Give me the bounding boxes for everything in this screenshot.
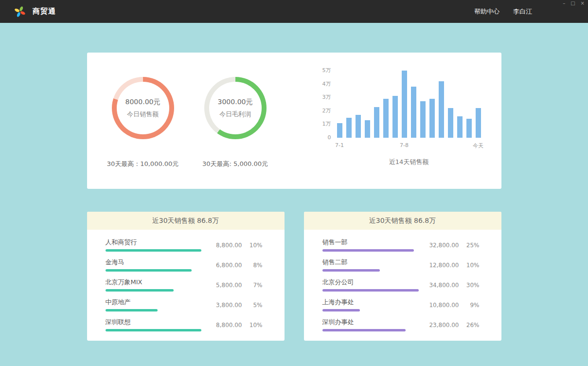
department-rows: 销售一部32,800.0025%销售二部12,800.0010%北京分公司34,… — [304, 230, 501, 331]
list-item: 销售一部32,800.0025% — [322, 238, 480, 252]
sales-30day-max: 30天最高：10,000.00元 — [107, 160, 179, 168]
y-axis-tick: 5万 — [322, 68, 331, 73]
chart-bar — [383, 99, 389, 138]
row-value: 8,800.0010% — [216, 322, 262, 329]
chart-bars — [337, 71, 481, 138]
list-item: 人和商贸行8,800.0010% — [106, 238, 263, 252]
row-progress-bar — [106, 309, 158, 311]
row-amount: 32,800.00 — [429, 242, 459, 249]
row-amount: 5,800.00 — [216, 282, 242, 289]
donut-center-text: 3000.00元 今日毛利润 — [204, 77, 267, 139]
y-axis-tick: 4万 — [322, 81, 331, 87]
minimize-icon[interactable]: – — [563, 1, 565, 6]
row-progress-bar — [106, 249, 201, 252]
row-percent: 10% — [249, 322, 263, 329]
row-value: 34,800.0030% — [429, 282, 479, 289]
row-percent: 8% — [249, 262, 263, 269]
app-logo-icon — [14, 5, 26, 18]
row-percent: 10% — [466, 262, 480, 269]
row-progress-bar — [322, 269, 380, 272]
list-item: 金海马6,800.008% — [106, 258, 263, 272]
chart-inner: 01万2万3万4万5万 7-17-8今天 近14天销售额 — [337, 71, 481, 166]
chart-bar — [374, 107, 379, 138]
row-progress-bar — [106, 269, 192, 272]
chart-bar — [448, 108, 453, 138]
x-axis-tick: 7-1 — [335, 142, 344, 148]
app-title: 商贸通 — [33, 7, 56, 16]
today-sales-value: 8000.00元 — [125, 98, 160, 107]
sales-bar-chart: 01万2万3万4万5万 7-17-8今天 近14天销售额 — [314, 53, 501, 189]
list-item: 中原地产3,800.005% — [106, 298, 263, 311]
chart-bar — [337, 123, 342, 138]
row-percent: 10% — [249, 242, 263, 249]
row-value: 10,800.009% — [429, 302, 479, 309]
row-amount: 3,800.00 — [216, 302, 242, 309]
chart-bar — [365, 120, 370, 138]
row-amount: 8,800.00 — [216, 322, 242, 329]
row-percent: 30% — [466, 282, 480, 289]
today-profit-label: 今日毛利润 — [219, 110, 251, 119]
today-profit-donut-block: 3000.00元 今日毛利润 30天最高: 5,000.00元 — [199, 53, 272, 189]
row-value: 23,800.0026% — [429, 322, 479, 329]
row-value: 3,800.005% — [216, 302, 262, 309]
row-value: 5,800.007% — [216, 282, 262, 289]
customer-sales-card: 近30天销售额 86.8万 人和商贸行8,800.0010%金海马6,800.0… — [87, 212, 285, 341]
today-profit-donut: 3000.00元 今日毛利润 — [204, 77, 267, 139]
list-item: 北京分公司34,800.0030% — [322, 278, 480, 292]
y-axis-tick: 3万 — [322, 94, 331, 100]
today-profit-value: 3000.00元 — [218, 98, 253, 107]
donut-center-text: 8000.00元 今日销售额 — [112, 77, 174, 139]
row-value: 8,800.0010% — [216, 242, 262, 249]
chart-x-axis: 7-17-8今天 — [337, 142, 481, 149]
list-item: 销售二部12,800.0010% — [322, 258, 480, 272]
chart-caption: 近14天销售额 — [337, 158, 481, 166]
list-item: 深圳联想8,800.0010% — [106, 318, 263, 331]
list-item: 上海办事处10,800.009% — [322, 298, 480, 311]
row-amount: 12,800.00 — [429, 262, 459, 269]
row-progress-bar — [322, 329, 406, 331]
chart-bar — [439, 81, 444, 138]
y-axis-tick: 1万 — [322, 121, 331, 127]
user-name[interactable]: 李白江 — [513, 7, 532, 16]
row-amount: 6,800.00 — [216, 262, 242, 269]
summary-card: 8000.00元 今日销售额 30天最高：10,000.00元 3000.00元… — [87, 53, 501, 189]
chart-bar — [457, 116, 463, 138]
list-item: 北京万象MIX5,800.007% — [106, 278, 263, 292]
close-icon[interactable]: × — [581, 1, 585, 6]
row-percent: 7% — [249, 282, 263, 289]
chart-bar — [476, 108, 481, 138]
row-progress-bar — [322, 309, 360, 311]
chart-bar — [356, 115, 361, 138]
chart-bar — [420, 101, 426, 138]
row-percent: 5% — [249, 302, 263, 309]
help-center-link[interactable]: 帮助中心 — [474, 7, 499, 16]
row-amount: 10,800.00 — [429, 302, 459, 309]
profit-30day-max: 30天最高: 5,000.00元 — [199, 160, 272, 168]
today-sales-donut-block: 8000.00元 今日销售额 30天最高：10,000.00元 — [107, 53, 179, 189]
titlebar: 商贸通 帮助中心 李白江 – □ × — [0, 0, 588, 23]
row-percent: 25% — [466, 242, 480, 249]
bottom-cards-row: 近30天销售额 86.8万 人和商贸行8,800.0010%金海马6,800.0… — [87, 212, 501, 341]
titlebar-menu: 帮助中心 李白江 — [474, 7, 532, 16]
row-amount: 23,800.00 — [429, 322, 459, 329]
list-item: 深圳办事处23,800.0026% — [322, 318, 480, 331]
customer-rows: 人和商贸行8,800.0010%金海马6,800.008%北京万象MIX5,80… — [87, 230, 285, 331]
chart-bar — [429, 99, 435, 138]
x-axis-tick: 7-8 — [400, 142, 409, 148]
chart-bar — [402, 71, 407, 138]
chart-bar — [346, 118, 352, 138]
row-percent: 26% — [466, 322, 480, 329]
chart-bar — [411, 87, 416, 138]
chart-bar — [466, 119, 472, 138]
window-controls: – □ × — [563, 1, 585, 6]
department-card-title: 近30天销售额 86.8万 — [304, 212, 501, 230]
maximize-icon[interactable]: □ — [570, 1, 575, 6]
row-percent: 9% — [466, 302, 480, 309]
row-progress-bar — [322, 249, 414, 252]
row-value: 32,800.0025% — [429, 242, 479, 249]
y-axis-tick: 2万 — [322, 108, 331, 114]
customer-card-title: 近30天销售额 86.8万 — [87, 212, 285, 230]
department-sales-card: 近30天销售额 86.8万 销售一部32,800.0025%销售二部12,800… — [304, 212, 501, 341]
y-axis-tick: 0 — [328, 135, 331, 141]
row-progress-bar — [106, 329, 201, 331]
